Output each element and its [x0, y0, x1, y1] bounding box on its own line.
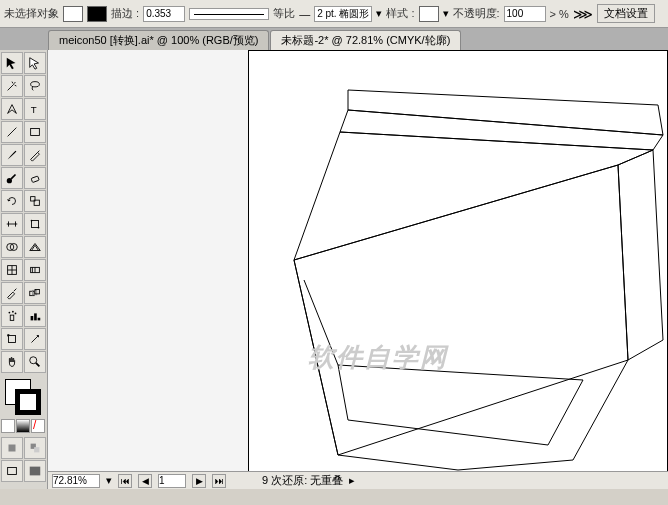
tab-untitled-2[interactable]: 未标题-2* @ 72.81% (CMYK/轮廓): [270, 30, 461, 50]
next-artboard-button[interactable]: ▶: [192, 474, 206, 488]
brush-dropdown[interactable]: 2 pt. 椭圆形: [314, 6, 372, 22]
stroke-color-swatch[interactable]: [15, 389, 41, 415]
free-transform-tool[interactable]: [24, 213, 46, 235]
undo-status: 9 次还原: 无重叠: [262, 473, 343, 488]
blend-tool[interactable]: [24, 282, 46, 304]
stroke-preview[interactable]: [189, 8, 269, 20]
selection-status: 未选择对象: [4, 6, 59, 21]
screen-mode-full[interactable]: [24, 460, 46, 482]
more-icon[interactable]: ⋙: [573, 6, 593, 22]
line-tool[interactable]: [1, 121, 23, 143]
svg-point-10: [38, 227, 40, 229]
opacity-label[interactable]: 不透明度:: [453, 6, 500, 21]
eyedropper-tool[interactable]: [1, 282, 23, 304]
svg-rect-8: [32, 221, 39, 228]
first-artboard-button[interactable]: ⏮: [118, 474, 132, 488]
zoom-input[interactable]: [52, 474, 100, 488]
opacity-input[interactable]: [504, 6, 546, 22]
selection-tool[interactable]: [1, 52, 23, 74]
tab-meicon50[interactable]: meicon50 [转换].ai* @ 100% (RGB/预览): [48, 30, 269, 50]
document-tab-strip: meicon50 [转换].ai* @ 100% (RGB/预览) 未标题-2*…: [0, 28, 668, 50]
svg-rect-36: [34, 447, 39, 452]
lasso-tool[interactable]: [24, 75, 46, 97]
stroke-input[interactable]: [143, 6, 185, 22]
eraser-tool[interactable]: [24, 167, 46, 189]
last-artboard-button[interactable]: ⏭: [212, 474, 226, 488]
tab-label: meicon50 [转换].ai* @ 100% (RGB/预览): [59, 33, 258, 48]
stroke-label: 描边 :: [111, 6, 139, 21]
status-bar: ▾ ⏮ ◀ ▶ ⏭ 9 次还原: 无重叠 ▸: [48, 471, 668, 489]
blob-brush-tool[interactable]: [1, 167, 23, 189]
direct-selection-tool[interactable]: [24, 52, 46, 74]
pencil-tool[interactable]: [24, 144, 46, 166]
magic-wand-tool[interactable]: [1, 75, 23, 97]
svg-point-0: [31, 82, 40, 87]
color-mode-gradient[interactable]: [16, 419, 30, 433]
artboard-page-input[interactable]: [158, 474, 186, 488]
gradient-tool[interactable]: [24, 259, 46, 281]
svg-rect-34: [9, 445, 16, 452]
style-swatch[interactable]: [419, 6, 439, 22]
hand-tool[interactable]: [1, 351, 23, 373]
svg-line-33: [36, 363, 40, 367]
ratio-label[interactable]: 等比: [273, 6, 295, 21]
svg-text:T: T: [31, 104, 37, 115]
main-area: T: [0, 50, 668, 490]
artwork-outline: [248, 60, 668, 480]
tool-palette: T: [0, 50, 48, 490]
options-bar: 未选择对象 描边 : 等比 — 2 pt. 椭圆形 ▾ 样式 : ▾ 不透明度:…: [0, 0, 668, 28]
draw-normal[interactable]: [1, 437, 23, 459]
style-label: 样式 :: [386, 6, 414, 21]
footer-gutter: [0, 489, 668, 505]
mesh-tool[interactable]: [1, 259, 23, 281]
svg-rect-3: [31, 129, 40, 136]
percent-label: > %: [550, 8, 569, 20]
color-mode-none[interactable]: /: [31, 419, 45, 433]
zoom-chevron-icon[interactable]: ▾: [106, 474, 112, 487]
color-section: [1, 377, 46, 417]
tab-label: 未标题-2* @ 72.81% (CMYK/轮廓): [281, 33, 450, 48]
dash-icon: —: [299, 8, 310, 20]
prev-artboard-button[interactable]: ◀: [138, 474, 152, 488]
svg-rect-37: [8, 468, 17, 475]
fill-swatch[interactable]: [63, 6, 83, 22]
artboard-tool[interactable]: [1, 328, 23, 350]
svg-rect-28: [38, 318, 41, 321]
canvas-area[interactable]: 软件自学网: [48, 50, 668, 490]
brush-chevron-icon[interactable]: ▾: [376, 7, 382, 20]
svg-rect-29: [9, 336, 16, 343]
rectangle-tool[interactable]: [24, 121, 46, 143]
svg-rect-38: [30, 467, 41, 476]
svg-rect-5: [31, 176, 39, 183]
style-chevron-icon[interactable]: ▾: [443, 7, 449, 20]
svg-rect-22: [10, 315, 14, 320]
draw-behind[interactable]: [24, 437, 46, 459]
svg-rect-27: [34, 313, 37, 320]
scale-tool[interactable]: [24, 190, 46, 212]
slice-tool[interactable]: [24, 328, 46, 350]
zoom-tool[interactable]: [24, 351, 46, 373]
doc-setup-button[interactable]: 文档设置: [597, 4, 655, 23]
width-tool[interactable]: [1, 213, 23, 235]
perspective-grid-tool[interactable]: [24, 236, 46, 258]
color-mode-solid[interactable]: [1, 419, 15, 433]
screen-mode-normal[interactable]: [1, 460, 23, 482]
status-expand-icon[interactable]: ▸: [349, 474, 355, 487]
type-tool[interactable]: T: [24, 98, 46, 120]
svg-point-9: [31, 220, 33, 222]
svg-line-2: [8, 128, 17, 137]
svg-rect-26: [31, 316, 34, 320]
symbol-sprayer-tool[interactable]: [1, 305, 23, 327]
column-graph-tool[interactable]: [24, 305, 46, 327]
shape-builder-tool[interactable]: [1, 236, 23, 258]
svg-point-25: [15, 313, 17, 315]
svg-point-24: [12, 311, 14, 313]
svg-point-23: [9, 312, 11, 314]
rotate-tool[interactable]: [1, 190, 23, 212]
pen-tool[interactable]: [1, 98, 23, 120]
stroke-swatch[interactable]: [87, 6, 107, 22]
svg-point-32: [30, 357, 37, 364]
paintbrush-tool[interactable]: [1, 144, 23, 166]
